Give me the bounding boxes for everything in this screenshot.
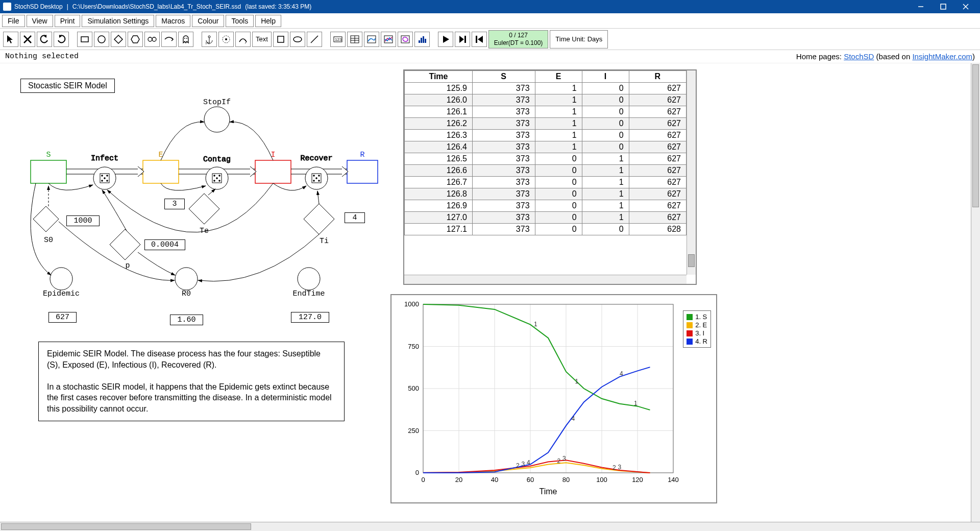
table-row[interactable]: 127.037301627 — [405, 212, 687, 224]
table-display-tool[interactable] — [347, 32, 362, 47]
svg-point-61 — [214, 180, 215, 182]
table-row[interactable]: 126.137310627 — [405, 106, 687, 118]
stock-tool[interactable] — [77, 32, 92, 47]
svg-text:R0: R0 — [182, 289, 191, 298]
file-path: C:\Users\Downloads\StochSD_labs\Lab4_Tr_… — [72, 3, 241, 10]
anchor-tool[interactable]: [A] — [202, 32, 217, 47]
svg-point-52 — [107, 180, 108, 182]
number-display-tool[interactable]: 123 — [330, 32, 346, 47]
toolbar: [A] Text 123 0 / 127 Euler(DT = 0.100) T… — [0, 29, 980, 50]
sim-solver: Euler(DT = 0.100) — [494, 39, 543, 46]
minimize-button[interactable] — [910, 0, 932, 13]
svg-text:Contag: Contag — [203, 155, 231, 164]
svg-point-80 — [50, 268, 72, 290]
compareplot-tool[interactable] — [381, 32, 396, 47]
chart[interactable]: 02040608010012014002505007501000Time1112… — [390, 294, 717, 503]
svg-rect-33 — [425, 39, 426, 43]
flow-tool[interactable] — [161, 32, 177, 47]
svg-point-49 — [107, 175, 108, 177]
home-pages-label: Home pages: StochSD (based on InsightMak… — [796, 52, 975, 61]
svg-point-48 — [102, 175, 103, 177]
table-row[interactable]: 126.037310627 — [405, 94, 687, 106]
svg-text:S: S — [46, 151, 51, 159]
svg-text:E: E — [158, 151, 163, 159]
menu-help[interactable]: Help — [255, 15, 281, 27]
svg-text:1: 1 — [634, 400, 638, 407]
run-button[interactable] — [438, 32, 453, 47]
svg-text:Infect: Infect — [91, 154, 118, 163]
svg-point-82 — [175, 268, 198, 290]
data-table[interactable]: TimeSEIR 125.937310627126.037310627126.1… — [403, 69, 697, 285]
histogram-tool[interactable] — [414, 32, 430, 47]
table-row[interactable]: 126.937301627 — [405, 200, 687, 212]
text-tool[interactable]: Text — [252, 32, 272, 47]
xyplot-tool[interactable] — [398, 32, 413, 47]
endtime-value[interactable]: 127.0 — [291, 312, 329, 323]
epidemic-value[interactable]: 627 — [48, 312, 77, 323]
r0-value[interactable]: 1.60 — [170, 315, 203, 325]
menubar: File View Print Simulation Settings Macr… — [0, 13, 980, 29]
undo-button[interactable] — [37, 32, 52, 47]
step-button[interactable] — [455, 32, 470, 47]
menu-file[interactable]: File — [2, 15, 25, 27]
svg-rect-35 — [476, 36, 477, 43]
model-description[interactable]: Epidemic SEIR Model. The disease process… — [38, 342, 345, 421]
line-tool[interactable] — [307, 32, 322, 47]
svg-text:2: 2 — [557, 457, 561, 465]
ti-value[interactable]: 4 — [345, 212, 365, 223]
canvas-scrollbar-v[interactable] — [971, 63, 980, 522]
table-row[interactable]: 126.337310627 — [405, 130, 687, 141]
link-tool[interactable] — [218, 32, 234, 47]
svg-rect-6 — [81, 37, 88, 42]
table-row[interactable]: 126.637301627 — [405, 165, 687, 177]
parameter-tool[interactable] — [111, 32, 126, 47]
chart-legend: 1. S 2. E 3. I 4. R — [683, 310, 711, 348]
te-value[interactable]: 3 — [164, 199, 185, 209]
ellipse-tool[interactable] — [290, 32, 305, 47]
pointer-tool[interactable] — [3, 32, 18, 47]
time-unit-button[interactable]: Time Unit: Days — [550, 30, 608, 49]
table-row[interactable]: 127.137300628 — [405, 224, 687, 235]
converter-tool[interactable] — [144, 32, 160, 47]
table-row[interactable]: 126.537301627 — [405, 153, 687, 165]
table-scrollbar-v[interactable] — [687, 70, 696, 275]
menu-macros[interactable]: Macros — [156, 15, 190, 27]
model-diagram[interactable]: S E I R Infect Contag Recover StopIf — [0, 63, 398, 303]
s0-value[interactable]: 1000 — [66, 215, 100, 226]
reset-button[interactable] — [472, 32, 487, 47]
auxiliary-tool[interactable] — [94, 32, 109, 47]
svg-text:1: 1 — [534, 321, 537, 328]
svg-text:3: 3 — [522, 461, 525, 468]
canvas[interactable]: Stocastic SEIR Model S E I R Infect Cont… — [0, 63, 980, 522]
menu-tools[interactable]: Tools — [226, 15, 254, 27]
timeplot-tool[interactable] — [364, 32, 379, 47]
p-value[interactable]: 0.0004 — [144, 239, 185, 250]
table-row[interactable]: 126.837301627 — [405, 188, 687, 200]
delete-tool[interactable] — [20, 32, 35, 47]
menu-colour[interactable]: Colour — [192, 15, 224, 27]
svg-point-58 — [214, 175, 215, 177]
menu-view[interactable]: View — [27, 15, 53, 27]
table-scrollbar-h[interactable] — [404, 275, 687, 284]
table-row[interactable]: 126.737301627 — [405, 177, 687, 188]
close-button[interactable] — [954, 0, 977, 13]
constant-tool[interactable] — [128, 32, 143, 47]
svg-point-84 — [298, 268, 320, 290]
maximize-button[interactable] — [932, 0, 954, 13]
table-row[interactable]: 126.437310627 — [405, 141, 687, 153]
insightmaker-link[interactable]: InsightMaker.com — [912, 52, 972, 61]
table-row[interactable]: 126.237310627 — [405, 118, 687, 130]
table-row[interactable]: 125.937310627 — [405, 83, 687, 94]
rectangle-tool[interactable] — [273, 32, 288, 47]
menu-simulation-settings[interactable]: Simulation Settings — [82, 15, 154, 27]
canvas-scrollbar-h[interactable] — [0, 522, 980, 531]
ghost-tool[interactable] — [178, 32, 193, 47]
redo-button[interactable] — [54, 32, 69, 47]
svg-rect-42 — [347, 160, 378, 183]
stochsd-link[interactable]: StochSD — [844, 52, 874, 61]
svg-point-7 — [98, 36, 105, 43]
transition-tool[interactable] — [235, 32, 251, 47]
menu-print[interactable]: Print — [55, 15, 81, 27]
sim-status[interactable]: 0 / 127 Euler(DT = 0.100) — [488, 30, 549, 49]
svg-text:I: I — [271, 151, 275, 159]
